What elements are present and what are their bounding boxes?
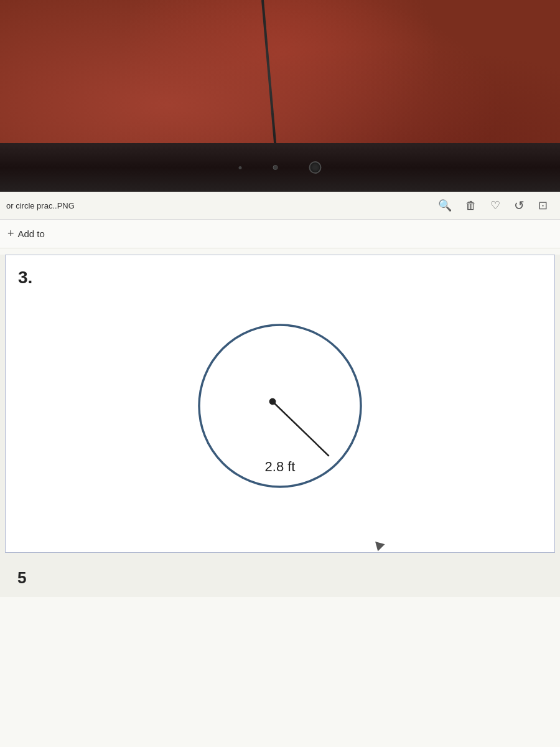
file-name: or circle prac..PNG [6,201,438,210]
action-bar: + Add to [0,220,560,248]
circle-diagram: 2.8 ft [18,297,542,533]
problem-number: 3. [18,268,542,288]
next-problem-number: 5 [0,559,560,597]
zoom-icon[interactable] [438,199,452,212]
screen-area: or circle prac..PNG + Add to 3. [0,192,560,747]
content-area: 3. 2.8 ft 5 [0,248,560,747]
camera-lens [309,161,322,174]
add-to-label: Add to [18,228,45,239]
app-toolbar: or circle prac..PNG [0,192,560,220]
circle-svg: 2.8 ft [180,309,380,509]
problem-box-3: 3. 2.8 ft [5,255,555,553]
indicator-dot-1 [239,166,242,169]
add-to-button[interactable]: + Add to [7,227,45,240]
plus-icon: + [7,227,14,240]
camera-area [239,161,322,174]
svg-line-2 [273,402,329,456]
image-content: 3. 2.8 ft 5 [0,255,560,597]
favorite-icon[interactable] [490,199,500,212]
toolbar-icons [438,198,548,213]
rotate-icon[interactable] [514,198,525,213]
delete-icon[interactable] [465,199,477,212]
crop-icon[interactable] [538,199,548,212]
radius-label: 2.8 ft [265,459,296,474]
device-frame [0,143,560,193]
indicator-dot-2 [273,165,278,170]
